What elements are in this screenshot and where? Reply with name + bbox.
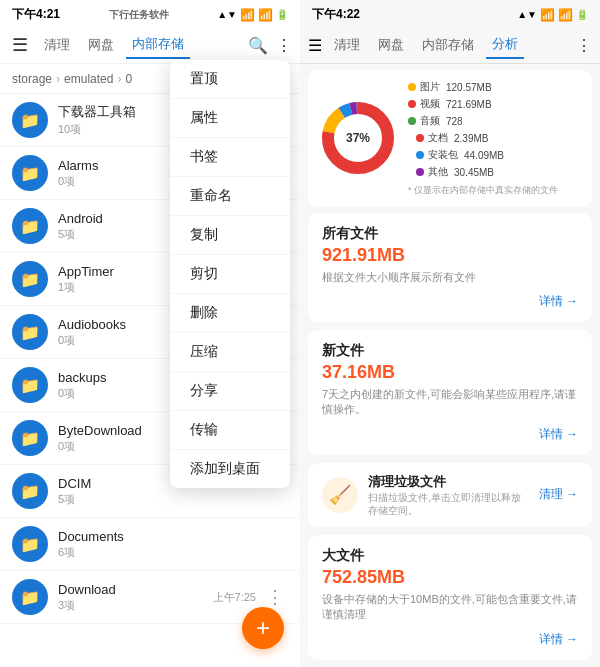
svg-text:🧹: 🧹 bbox=[329, 484, 352, 506]
file-item-8[interactable]: 📁 Documents 6项 bbox=[0, 518, 300, 571]
left-tab-cloud[interactable]: 网盘 bbox=[82, 32, 120, 58]
new-files-detail[interactable]: 详情 → bbox=[539, 426, 578, 443]
right-status-icons: ▲▼ 📶 📶 🔋 bbox=[517, 8, 588, 22]
file-icon-8: 📁 bbox=[12, 526, 48, 562]
ctx-copy[interactable]: 复制 bbox=[170, 216, 290, 255]
donut-chart: 37% bbox=[318, 98, 398, 178]
file-name-0: 下载器工具箱 bbox=[58, 103, 169, 121]
ctx-properties[interactable]: 属性 bbox=[170, 99, 290, 138]
file-icon-5: 📁 bbox=[12, 367, 48, 403]
fab-add-button[interactable]: + bbox=[242, 607, 284, 649]
clean-junk-title: 清理垃圾文件 bbox=[368, 473, 529, 491]
file-icon-4: 📁 bbox=[12, 314, 48, 350]
legend-label-image: 图片 bbox=[420, 80, 440, 94]
legend-value-video: 721.69MB bbox=[446, 99, 492, 110]
large-files-title: 大文件 bbox=[322, 547, 578, 565]
ctx-share[interactable]: 分享 bbox=[170, 372, 290, 411]
large-files-card: 大文件 752.85MB 设备中存储的大于10MB的文件,可能包含重要文件,请谨… bbox=[308, 535, 592, 660]
donut-percentage: 37% bbox=[346, 131, 370, 145]
right-time: 下午4:22 bbox=[312, 6, 360, 23]
left-tab-clean[interactable]: 清理 bbox=[38, 32, 76, 58]
legend-dot-image bbox=[408, 83, 416, 91]
left-more-icon[interactable]: ⋮ bbox=[276, 36, 292, 55]
all-files-detail[interactable]: 详情 → bbox=[539, 293, 578, 310]
legend-label-doc: 文档 bbox=[428, 131, 448, 145]
file-more-9[interactable]: ⋮ bbox=[262, 584, 288, 610]
donut-section: 37% 图片 120.57MB 视频 721.69MB 音频 728 bbox=[308, 70, 592, 207]
legend-value-apk: 44.09MB bbox=[464, 150, 504, 161]
right-tab-analysis[interactable]: 分析 bbox=[486, 31, 524, 59]
legend-dot-other bbox=[416, 168, 424, 176]
file-icon-0: 📁 bbox=[12, 102, 48, 138]
new-files-card: 新文件 37.16MB 7天之内创建的新文件,可能会影响某些应用程序,请谨慎操作… bbox=[308, 330, 592, 455]
large-files-desc: 设备中存储的大于10MB的文件,可能包含重要文件,请谨慎清理 bbox=[322, 592, 578, 623]
ctx-pin[interactable]: 置顶 bbox=[170, 60, 290, 99]
right-panel: 下午4:22 ▲▼ 📶 📶 🔋 ☰ 清理 网盘 内部存储 分析 ⋮ bbox=[300, 0, 600, 667]
left-menu-icon[interactable]: ☰ bbox=[8, 32, 32, 58]
file-icon-7: 📁 bbox=[12, 473, 48, 509]
file-icon-3: 📁 bbox=[12, 261, 48, 297]
ctx-cut[interactable]: 剪切 bbox=[170, 255, 290, 294]
clean-junk-desc: 扫描垃圾文件,单击立即清理以释放存储空间。 bbox=[368, 491, 529, 517]
clean-junk-icon: 🧹 bbox=[322, 477, 358, 513]
left-status-icons: ▲▼ 📶 📶 🔋 bbox=[217, 8, 288, 22]
left-tab-storage[interactable]: 内部存储 bbox=[126, 31, 190, 59]
ctx-add-desktop[interactable]: 添加到桌面 bbox=[170, 450, 290, 488]
file-date-9: 上午7:25 bbox=[213, 590, 256, 605]
clean-junk-card: 🧹 清理垃圾文件 扫描垃圾文件,单击立即清理以释放存储空间。 清理 → bbox=[308, 463, 592, 527]
ctx-delete[interactable]: 删除 bbox=[170, 294, 290, 333]
left-status-bar: 下午4:21 下行任务软件 ▲▼ 📶 📶 🔋 bbox=[0, 0, 300, 27]
file-icon-2: 📁 bbox=[12, 208, 48, 244]
analysis-scroll[interactable]: 所有文件 921.91MB 根据文件大小顺序展示所有文件 详情 → 新文件 37… bbox=[300, 213, 600, 667]
breadcrumb-storage[interactable]: storage bbox=[12, 72, 52, 86]
context-menu: 置顶 属性 书签 重命名 复制 剪切 删除 压缩 分享 传输 添加到桌面 bbox=[170, 60, 290, 488]
ctx-bookmark[interactable]: 书签 bbox=[170, 138, 290, 177]
all-files-card: 所有文件 921.91MB 根据文件大小顺序展示所有文件 详情 → bbox=[308, 213, 592, 322]
file-count-0: 10项 bbox=[58, 122, 169, 137]
donut-legend: 图片 120.57MB 视频 721.69MB 音频 728 文档 2.39MB bbox=[408, 80, 582, 197]
ctx-rename[interactable]: 重命名 bbox=[170, 177, 290, 216]
new-files-size: 37.16MB bbox=[322, 362, 578, 383]
breadcrumb-emulated[interactable]: emulated bbox=[64, 72, 113, 86]
all-files-title: 所有文件 bbox=[322, 225, 578, 243]
left-time: 下午4:21 bbox=[12, 6, 60, 23]
breadcrumb-0[interactable]: 0 bbox=[125, 72, 132, 86]
file-icon-6: 📁 bbox=[12, 420, 48, 456]
file-icon-1: 📁 bbox=[12, 155, 48, 191]
legend-dot-audio bbox=[408, 117, 416, 125]
right-more-icon[interactable]: ⋮ bbox=[576, 36, 592, 55]
file-name-9: Download bbox=[58, 582, 213, 597]
legend-label-video: 视频 bbox=[420, 97, 440, 111]
large-files-detail[interactable]: 详情 → bbox=[539, 631, 578, 648]
clean-junk-action[interactable]: 清理 → bbox=[539, 486, 578, 503]
file-count-1: 0项 bbox=[58, 174, 169, 189]
ctx-transfer[interactable]: 传输 bbox=[170, 411, 290, 450]
file-count-8: 6项 bbox=[58, 545, 288, 560]
right-tab-cloud[interactable]: 网盘 bbox=[372, 32, 410, 58]
file-count-7: 5项 bbox=[58, 492, 288, 507]
left-notification: 下行任务软件 bbox=[109, 8, 169, 22]
file-name-8: Documents bbox=[58, 529, 288, 544]
legend-value-image: 120.57MB bbox=[446, 82, 492, 93]
file-icon-9: 📁 bbox=[12, 579, 48, 615]
new-files-title: 新文件 bbox=[322, 342, 578, 360]
ctx-compress[interactable]: 压缩 bbox=[170, 333, 290, 372]
all-files-desc: 根据文件大小顺序展示所有文件 bbox=[322, 270, 578, 285]
legend-dot-video bbox=[408, 100, 416, 108]
legend-value-other: 30.45MB bbox=[454, 167, 494, 178]
right-tab-storage[interactable]: 内部存储 bbox=[416, 32, 480, 58]
new-files-desc: 7天之内创建的新文件,可能会影响某些应用程序,请谨慎操作。 bbox=[322, 387, 578, 418]
legend-dot-doc bbox=[416, 134, 424, 142]
right-status-bar: 下午4:22 ▲▼ 📶 📶 🔋 bbox=[300, 0, 600, 27]
large-files-size: 752.85MB bbox=[322, 567, 578, 588]
legend-value-doc: 2.39MB bbox=[454, 133, 488, 144]
left-search-icon[interactable]: 🔍 bbox=[248, 36, 268, 55]
legend-dot-apk bbox=[416, 151, 424, 159]
right-tab-clean[interactable]: 清理 bbox=[328, 32, 366, 58]
legend-value-audio: 728 bbox=[446, 116, 463, 127]
legend-label-other: 其他 bbox=[428, 165, 448, 179]
right-menu-icon[interactable]: ☰ bbox=[308, 36, 322, 55]
left-panel: 下午4:21 下行任务软件 ▲▼ 📶 📶 🔋 ☰ 清理 网盘 内部存储 🔍 ⋮ … bbox=[0, 0, 300, 667]
file-name-1: Alarms bbox=[58, 158, 169, 173]
donut-note: * 仅显示在内部存储中真实存储的文件 bbox=[408, 185, 582, 197]
